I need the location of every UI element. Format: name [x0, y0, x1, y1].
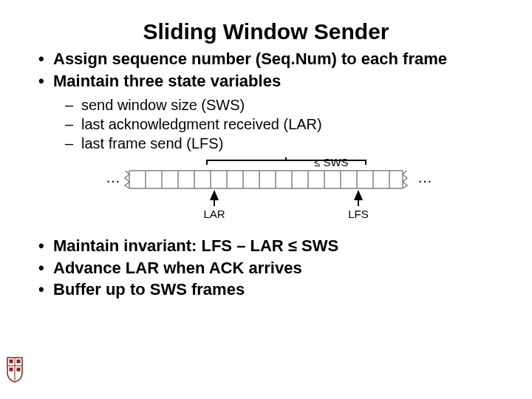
svg-rect-27 [10, 368, 13, 372]
sliding-window-diagram: ≤ SWS … … [92, 157, 440, 225]
ellipsis-right: … [417, 169, 432, 185]
lar-pointer-icon [210, 190, 219, 200]
svg-rect-26 [17, 360, 21, 364]
bullet-item: Maintain invariant: LFS – LAR ≤ SWS [37, 236, 510, 256]
bullet-item: Advance LAR when ACK arrives [37, 258, 510, 279]
bullet-item: Maintain three state variables [37, 71, 510, 92]
lfs-label: LFS [348, 208, 369, 220]
svg-rect-28 [17, 368, 21, 372]
bullet-item: Buffer up to SWS frames [37, 279, 510, 300]
svg-rect-25 [10, 360, 13, 364]
lar-label: LAR [203, 208, 225, 220]
bullet-list-bottom: Maintain invariant: LFS – LAR ≤ SWS Adva… [37, 236, 510, 300]
sub-bullet-list: send window size (SWS) last acknowledgme… [65, 95, 510, 153]
ellipsis-left: … [106, 169, 120, 185]
page-title: Sliding Window Sender [22, 19, 510, 44]
diagram-container: ≤ SWS … … [22, 157, 510, 225]
sub-bullet-item: last acknowledgment received (LAR) [65, 115, 510, 134]
slide: Sliding Window Sender Assign sequence nu… [0, 0, 532, 316]
bullet-item: Assign sequence number (Seq.Num) to each… [37, 49, 510, 69]
frame-row [129, 171, 403, 188]
sub-bullet-item: last frame send (LFS) [65, 134, 510, 153]
lfs-pointer-icon [354, 190, 363, 200]
bullet-list-top: Assign sequence number (Seq.Num) to each… [37, 49, 510, 91]
brace-label: ≤ SWS [314, 157, 349, 168]
sub-bullet-item: send window size (SWS) [65, 95, 510, 115]
shield-logo-icon [6, 356, 24, 383]
